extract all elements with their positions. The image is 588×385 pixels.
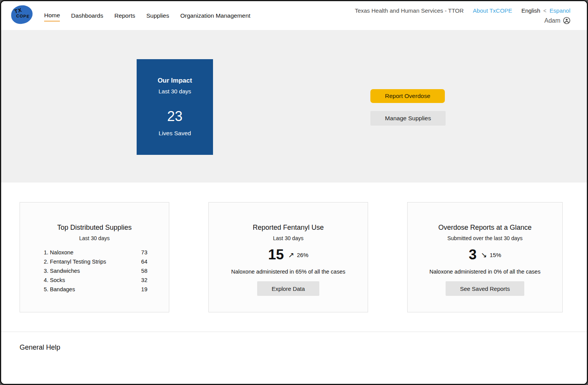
general-help-link[interactable]: General Help bbox=[20, 344, 60, 352]
impact-title: Our Impact bbox=[137, 77, 213, 85]
nav-item-dashboards[interactable]: Dashboards bbox=[71, 10, 103, 21]
organization-label: Texas Health and Human Services - TTOR bbox=[355, 7, 464, 14]
overdose-stat: 3 ↘ 15% bbox=[408, 247, 562, 263]
hero-actions: Report Overdose Manage Supplies bbox=[370, 89, 446, 126]
lives-saved-label: Lives Saved bbox=[137, 130, 213, 137]
supply-name: 2. Fentanyl Testing Strips bbox=[44, 259, 106, 265]
overdose-count: 3 bbox=[469, 247, 477, 263]
fentanyl-card-title: Reported Fentanyl Use bbox=[209, 224, 368, 232]
nav-item-home[interactable]: Home bbox=[44, 10, 60, 22]
fentanyl-stat: 15 ↗ 26% bbox=[209, 247, 368, 263]
language-espanol[interactable]: Espanol bbox=[550, 7, 570, 14]
overdose-card-subtitle: Submitted over the last 30 days bbox=[408, 235, 562, 241]
list-item: 4. Socks 32 bbox=[44, 275, 147, 285]
overdose-reports-card: Overdose Reports at a Glance Submitted o… bbox=[407, 202, 563, 312]
nav-item-supplies[interactable]: Supplies bbox=[146, 10, 169, 21]
overdose-trend-percent: 15% bbox=[490, 252, 501, 258]
supply-name: 3. Sandwiches bbox=[44, 268, 80, 274]
impact-subtitle: Last 30 days bbox=[137, 88, 213, 95]
language-separator: < bbox=[543, 8, 547, 14]
report-overdose-button[interactable]: Report Overdose bbox=[370, 89, 445, 103]
list-item: 3. Sandwiches 58 bbox=[44, 266, 147, 275]
user-name: Adam bbox=[544, 17, 560, 24]
list-item: 2. Fentanyl Testing Strips 64 bbox=[44, 257, 147, 266]
fentanyl-count: 15 bbox=[268, 247, 284, 263]
reported-fentanyl-use-card: Reported Fentanyl Use Last 30 days 15 ↗ … bbox=[208, 202, 368, 312]
top-distributed-supplies-card: Top Distributed Supplies Last 30 days 1.… bbox=[20, 202, 169, 312]
nav-item-organization-management[interactable]: Organization Management bbox=[180, 10, 251, 21]
header-meta: Texas Health and Human Services - TTOR A… bbox=[355, 7, 570, 14]
manage-supplies-button[interactable]: Manage Supplies bbox=[370, 111, 446, 126]
footer: General Help bbox=[1, 332, 587, 385]
supply-count: 19 bbox=[141, 286, 147, 292]
supply-count: 58 bbox=[141, 268, 147, 274]
supply-count: 73 bbox=[141, 249, 147, 256]
nav-item-reports[interactable]: Reports bbox=[114, 10, 135, 21]
supplies-card-title: Top Distributed Supplies bbox=[20, 224, 169, 232]
hero-section: Our Impact Last 30 days 23 Lives Saved R… bbox=[1, 30, 587, 183]
impact-card: Our Impact Last 30 days 23 Lives Saved bbox=[137, 59, 213, 155]
app-window: TX COPE Home Dashboards Reports Supplies… bbox=[0, 0, 588, 385]
overdose-note: Naloxone administered in 0% of all the c… bbox=[408, 269, 562, 275]
summary-cards-section: Top Distributed Supplies Last 30 days 1.… bbox=[1, 183, 587, 332]
txcope-logo[interactable]: TX COPE bbox=[10, 5, 33, 25]
account-circle-icon[interactable] bbox=[563, 17, 570, 24]
list-item: 1. Naloxone 73 bbox=[44, 248, 147, 257]
language-english[interactable]: English bbox=[521, 7, 540, 14]
list-item: 5. Bandages 19 bbox=[44, 285, 147, 294]
supplies-card-subtitle: Last 30 days bbox=[20, 235, 169, 241]
see-saved-reports-button[interactable]: See Saved Reports bbox=[446, 281, 524, 296]
language-switcher: English < Espanol bbox=[521, 7, 570, 14]
supply-count: 64 bbox=[141, 259, 147, 265]
overdose-card-title: Overdose Reports at a Glance bbox=[408, 224, 562, 232]
explore-data-button[interactable]: Explore Data bbox=[257, 281, 319, 296]
supply-list: 1. Naloxone 73 2. Fentanyl Testing Strip… bbox=[44, 248, 147, 294]
header: TX COPE Home Dashboards Reports Supplies… bbox=[1, 1, 587, 30]
fentanyl-trend-percent: 26% bbox=[297, 252, 309, 258]
user-menu[interactable]: Adam bbox=[544, 17, 570, 24]
fentanyl-card-subtitle: Last 30 days bbox=[209, 235, 368, 241]
logo-text-line2: COPE bbox=[16, 13, 30, 19]
supply-name: 4. Socks bbox=[44, 277, 65, 283]
supply-name: 1. Naloxone bbox=[44, 249, 73, 256]
lives-saved-count: 23 bbox=[137, 108, 213, 124]
trend-down-icon: ↘ bbox=[481, 251, 487, 259]
supply-count: 32 bbox=[141, 277, 147, 283]
supply-name: 5. Bandages bbox=[44, 286, 75, 292]
main-nav: Home Dashboards Reports Supplies Organiz… bbox=[44, 1, 250, 30]
about-txcope-link[interactable]: About TxCOPE bbox=[473, 7, 512, 14]
fentanyl-note: Naloxone administered in 65% of all the … bbox=[209, 269, 368, 275]
trend-up-icon: ↗ bbox=[288, 251, 294, 259]
